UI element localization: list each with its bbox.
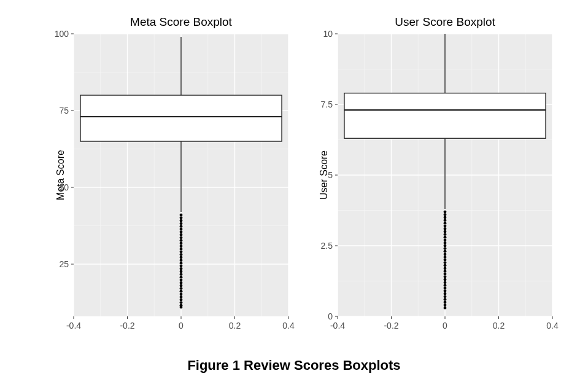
outlier-point xyxy=(444,292,447,295)
outlier-point xyxy=(444,303,447,307)
outlier-point xyxy=(180,244,183,248)
outlier-point xyxy=(444,236,447,239)
x-tick-label: -0.2 xyxy=(384,321,398,330)
y-tick-label: 10 xyxy=(323,29,333,39)
outlier-point xyxy=(180,225,183,228)
outlier-point xyxy=(180,299,183,302)
outlier-point xyxy=(180,248,183,251)
y-tick-label: 25 xyxy=(59,259,69,269)
boxplot-figure: Meta Score Boxplot Meta Score 255075100-… xyxy=(0,0,588,387)
y-tick-label: 2.5 xyxy=(321,241,333,251)
outlier-point xyxy=(444,264,447,267)
outlier-point xyxy=(180,242,183,245)
y-axis-label: Meta Score xyxy=(55,150,66,200)
outlier-point xyxy=(180,219,183,222)
box xyxy=(80,95,282,141)
outlier-point xyxy=(180,273,183,276)
outlier-point xyxy=(180,295,183,299)
y-tick-label: 100 xyxy=(55,29,69,39)
outlier-point xyxy=(444,244,447,248)
outlier-point xyxy=(180,259,183,262)
outlier-point xyxy=(180,276,183,279)
outlier-point xyxy=(180,216,183,219)
outlier-point xyxy=(444,256,447,259)
outlier-point xyxy=(444,278,447,281)
outlier-point xyxy=(180,306,183,309)
outlier-point xyxy=(444,275,447,278)
outlier-point xyxy=(444,287,447,290)
outlier-point xyxy=(444,216,447,219)
outlier-point xyxy=(444,301,447,304)
outlier-point xyxy=(180,301,183,304)
outlier-point xyxy=(180,253,183,256)
y-tick-label: 50 xyxy=(59,182,69,192)
outlier-point xyxy=(444,222,447,225)
box xyxy=(344,93,546,139)
outlier-point xyxy=(444,273,447,276)
outlier-point xyxy=(444,227,447,230)
x-tick-label: 0.2 xyxy=(493,321,505,330)
outlier-point xyxy=(444,233,447,236)
outlier-point xyxy=(444,298,447,301)
outlier-point xyxy=(180,222,183,225)
panel-title: Meta Score Boxplot xyxy=(74,15,288,33)
outlier-point xyxy=(180,228,183,231)
panel-meta-score: Meta Score Boxplot Meta Score 255075100-… xyxy=(37,15,288,335)
x-tick-label: -0.4 xyxy=(66,321,81,330)
x-tick-label: -0.2 xyxy=(120,321,134,330)
x-tick-label: 0.2 xyxy=(229,321,241,330)
figure-caption: Figure 1 Review Scores Boxplots xyxy=(0,358,588,373)
outlier-point xyxy=(444,224,447,227)
outlier-point xyxy=(444,210,447,213)
outlier-point xyxy=(180,264,183,267)
x-tick-label: -0.4 xyxy=(330,321,345,330)
panel-title: User Score Boxplot xyxy=(338,15,552,33)
outlier-point xyxy=(444,252,447,256)
y-tick-label: 75 xyxy=(59,106,69,115)
outlier-point xyxy=(444,238,447,241)
outlier-point xyxy=(180,233,183,237)
outlier-point xyxy=(180,230,183,233)
y-tick-label: 5 xyxy=(328,170,333,180)
outlier-point xyxy=(444,230,447,233)
outlier-point xyxy=(444,259,447,262)
outlier-point xyxy=(444,281,447,284)
x-tick-label: 0.4 xyxy=(546,321,559,330)
outlier-point xyxy=(180,262,183,265)
plot-area: 02.557.510-0.4-0.200.20.4 xyxy=(338,34,552,316)
outlier-point xyxy=(180,270,183,273)
outlier-point xyxy=(444,270,447,273)
outlier-point xyxy=(444,213,447,216)
outlier-point xyxy=(180,256,183,259)
outlier-point xyxy=(180,284,183,287)
outlier-point xyxy=(444,241,447,244)
outlier-point xyxy=(180,214,183,217)
outlier-point xyxy=(180,281,183,284)
outlier-point xyxy=(444,284,447,287)
outlier-point xyxy=(180,250,183,253)
plot-area: 255075100-0.4-0.200.20.4 xyxy=(74,34,288,316)
outlier-point xyxy=(444,267,447,270)
outlier-point xyxy=(180,267,183,270)
outlier-point xyxy=(180,290,183,293)
outlier-point xyxy=(444,295,447,298)
outlier-point xyxy=(444,261,447,264)
outlier-point xyxy=(180,292,183,295)
outlier-point xyxy=(444,307,447,310)
y-tick-label: 0 xyxy=(328,311,333,321)
outlier-point xyxy=(444,250,447,253)
outlier-point xyxy=(444,219,447,222)
panels-row: Meta Score Boxplot Meta Score 255075100-… xyxy=(37,15,552,335)
outlier-point xyxy=(444,247,447,250)
outlier-point xyxy=(180,278,183,281)
x-tick-label: 0 xyxy=(179,321,184,330)
outlier-point xyxy=(180,236,183,239)
plot-svg: 255075100-0.4-0.200.20.4 xyxy=(74,34,288,316)
outlier-point xyxy=(180,239,183,242)
y-tick-label: 7.5 xyxy=(321,100,333,109)
x-tick-label: 0.4 xyxy=(282,321,295,330)
outlier-point xyxy=(180,287,183,290)
x-tick-label: 0 xyxy=(443,321,447,330)
plot-svg: 02.557.510-0.4-0.200.20.4 xyxy=(338,34,552,316)
outlier-point xyxy=(444,289,447,292)
